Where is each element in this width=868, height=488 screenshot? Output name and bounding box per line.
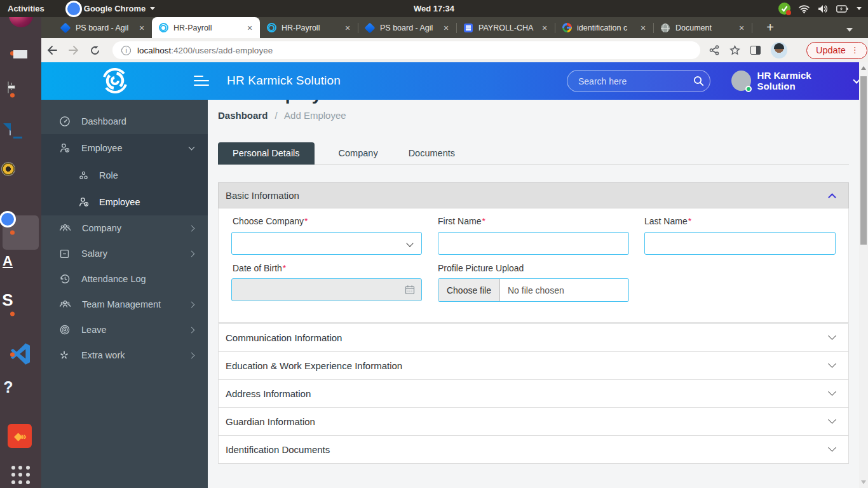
section-education-work-experience[interactable]: Education & Work Experience Information xyxy=(218,351,849,380)
chevron-down-icon xyxy=(828,444,836,452)
section-guardian-information[interactable]: Guardian Information xyxy=(218,407,849,436)
volume-icon[interactable] xyxy=(818,4,828,13)
sidebar-item-company[interactable]: Company xyxy=(41,215,208,241)
section-communication-information[interactable]: Communication Information xyxy=(218,323,849,352)
dob-input[interactable] xyxy=(231,278,422,301)
browser-tab-active[interactable]: HR-Payroll × xyxy=(152,17,260,38)
chevron-down-icon xyxy=(828,332,836,340)
profile-picture-file-input[interactable]: Choose file No file chosen xyxy=(438,278,629,302)
dock-item-ubuntu-software[interactable] xyxy=(8,261,34,288)
browser-tab[interactable]: PAYROLL-CHA × xyxy=(457,17,555,38)
square-minus-icon xyxy=(58,248,71,260)
dock-item-app-grid[interactable] xyxy=(8,462,34,488)
page-scrollbar[interactable] xyxy=(859,62,868,488)
sidebar-toggle-button[interactable] xyxy=(194,76,209,89)
app-header: HR Karmick Solution HR Karmick Solution xyxy=(41,62,859,100)
section-identification-documents[interactable]: Identification Documents xyxy=(218,435,849,464)
sidebar-item-salary[interactable]: Salary xyxy=(41,241,208,266)
sidebar-item-attendance-log[interactable]: Attendance Log xyxy=(41,266,208,292)
app-grid-icon xyxy=(11,466,31,485)
target-icon xyxy=(58,323,71,336)
browser-toolbar: i localhost:4200/users/add-employee Upda… xyxy=(41,38,868,62)
browser-tab[interactable]: HR-Payroll × xyxy=(260,17,358,38)
dock-item-vscode[interactable] xyxy=(8,341,34,368)
clock[interactable]: Wed 17:34 xyxy=(414,4,454,13)
user-menu[interactable]: HR Karmick Solution xyxy=(731,70,859,92)
section-basic-information[interactable]: Basic Information xyxy=(218,182,849,208)
dock-item-thunderbird[interactable] xyxy=(8,40,34,67)
browser-profile-avatar[interactable] xyxy=(771,42,787,58)
profile-picture-label: Profile Picture Upload xyxy=(438,263,524,273)
tab-close-icon[interactable]: × xyxy=(736,23,747,33)
choose-file-button[interactable]: Choose file xyxy=(438,279,500,301)
breadcrumb: Dashboard / Add Employee xyxy=(218,110,346,121)
notifier-icon[interactable] xyxy=(778,3,790,15)
reload-button[interactable] xyxy=(90,45,106,56)
new-tab-button[interactable]: + xyxy=(763,20,778,35)
scroll-down-arrow[interactable] xyxy=(861,480,866,484)
tray-caret-icon[interactable] xyxy=(857,7,862,10)
sidebar-item-employee[interactable]: Employee xyxy=(41,134,208,162)
basic-information-panel: Choose Company* First Name* Last Name* D… xyxy=(218,208,849,323)
dock-item-skype[interactable] xyxy=(8,301,34,327)
sidebar-item-extra-work[interactable]: Extra work xyxy=(41,342,208,368)
tab-documents[interactable]: Documents xyxy=(393,142,470,165)
tab-close-icon[interactable]: × xyxy=(441,23,451,33)
address-bar[interactable]: i localhost:4200/users/add-employee xyxy=(112,41,700,59)
history-icon xyxy=(58,273,71,285)
tab-close-icon[interactable]: × xyxy=(245,23,255,33)
tab-search-caret-icon[interactable] xyxy=(846,28,853,32)
update-button[interactable]: Update ⋮ xyxy=(806,42,867,59)
browser-tab[interactable]: identification c × xyxy=(555,17,653,38)
search-input[interactable] xyxy=(567,76,693,86)
gears-icon xyxy=(78,170,90,182)
spark-icon xyxy=(58,349,71,361)
site-info-icon[interactable]: i xyxy=(121,46,131,55)
tab-close-icon[interactable]: × xyxy=(638,23,648,33)
tab-close-icon[interactable]: × xyxy=(539,23,550,33)
activities-button[interactable]: Activities xyxy=(8,4,44,13)
dock-item-red-diamond-app[interactable]: ◆» xyxy=(8,423,34,449)
tab-close-icon[interactable]: × xyxy=(342,23,353,33)
bookmark-star-icon[interactable] xyxy=(729,45,740,55)
sidebar-item-role[interactable]: Role xyxy=(41,162,208,189)
forward-button[interactable] xyxy=(68,45,85,55)
search-icon[interactable] xyxy=(693,76,704,86)
browser-tab[interactable]: Document × xyxy=(654,17,752,38)
app-menu[interactable]: Google Chrome xyxy=(69,3,156,14)
calendar-icon xyxy=(405,285,415,295)
scroll-up-arrow[interactable] xyxy=(861,66,866,70)
dock-item-help[interactable] xyxy=(8,382,34,409)
chevron-up-icon xyxy=(828,193,836,201)
sidebar-item-dashboard[interactable]: Dashboard xyxy=(41,109,208,134)
dock-item-rhythmbox[interactable] xyxy=(8,163,34,190)
dock-item-file-archive[interactable] xyxy=(8,82,34,109)
tab-company[interactable]: Company xyxy=(323,142,393,165)
browser-tab[interactable]: PS board - Agil × xyxy=(358,17,456,38)
sidebar-item-employee-child[interactable]: Employee xyxy=(41,189,208,215)
dock-item-libreoffice-writer[interactable] xyxy=(8,124,34,151)
battery-icon[interactable] xyxy=(836,5,848,13)
back-button[interactable] xyxy=(46,45,63,55)
dock-item-chrome[interactable] xyxy=(8,219,34,246)
wifi-icon[interactable] xyxy=(799,4,810,13)
writer-icon xyxy=(10,123,11,135)
browser-tab[interactable]: PS board - Agil × xyxy=(54,17,152,38)
side-panel-icon[interactable] xyxy=(750,46,761,55)
share-icon[interactable] xyxy=(709,45,719,55)
menu-kebab-icon[interactable]: ⋮ xyxy=(851,45,859,55)
last-name-input[interactable] xyxy=(644,232,836,255)
user-plus-icon xyxy=(58,142,71,154)
sidebar-item-team-management[interactable]: Team Management xyxy=(41,292,208,317)
accordion-stack: Basic Information Choose Company* First … xyxy=(218,182,849,464)
tab-close-icon[interactable]: × xyxy=(137,23,147,33)
first-name-input[interactable] xyxy=(438,232,629,255)
breadcrumb-dashboard[interactable]: Dashboard xyxy=(218,110,268,121)
tab-strip: PS board - Agil × HR-Payroll × HR-Payrol… xyxy=(41,17,868,38)
tab-personal-details[interactable]: Personal Details xyxy=(218,142,315,165)
sidebar-item-leave[interactable]: Leave xyxy=(41,317,208,342)
choose-company-select[interactable] xyxy=(231,232,422,255)
google-icon xyxy=(562,23,572,33)
scrollbar-thumb[interactable] xyxy=(860,76,867,245)
section-address-information[interactable]: Address Information xyxy=(218,379,849,408)
